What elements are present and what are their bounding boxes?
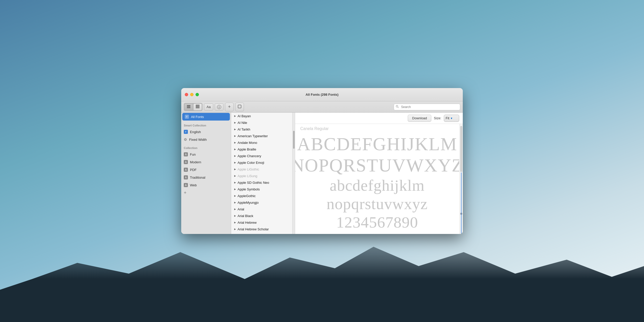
svg-rect-6 bbox=[196, 106, 197, 107]
expand-arrow-icon: ▶ bbox=[234, 188, 236, 190]
font-name-label: Apple Color Emoji bbox=[238, 161, 264, 165]
expand-arrow-icon: ▶ bbox=[234, 214, 236, 217]
toolbar: Aa i + bbox=[181, 101, 463, 113]
font-list-item[interactable]: ▶American Typewriter bbox=[231, 133, 292, 139]
font-list-item[interactable]: ▶Apple SD Gothic Neo bbox=[231, 179, 292, 186]
preview-area: Canela Regular ABCDEFGHIJKLM NOPQRSTUVWX… bbox=[295, 124, 463, 234]
font-name-label: Al Bayan bbox=[238, 114, 251, 118]
font-list-item[interactable]: ▶Apple Chancery bbox=[231, 153, 292, 159]
svg-rect-12 bbox=[238, 105, 241, 108]
list-view-button[interactable] bbox=[184, 103, 193, 111]
svg-rect-3 bbox=[196, 105, 197, 106]
plus-icon: + bbox=[228, 104, 231, 110]
expand-arrow-icon: ▶ bbox=[234, 181, 236, 184]
collection-header: Collection bbox=[181, 143, 231, 151]
font-list-item[interactable]: ▶Apple Color Emoji bbox=[231, 159, 292, 166]
modern-icon: A bbox=[184, 160, 188, 164]
expand-arrow-icon: ▶ bbox=[234, 155, 236, 157]
font-list-item[interactable]: ▶Al Tarikh bbox=[231, 126, 292, 133]
svg-point-13 bbox=[396, 105, 398, 107]
sidebar-item-fixed-width[interactable]: ⚙ Fixed Width bbox=[181, 136, 231, 143]
traditional-label: Traditional bbox=[190, 176, 205, 179]
size-value: Fit bbox=[446, 116, 449, 120]
font-list-item[interactable]: ▶AppleGothic bbox=[231, 192, 292, 199]
svg-rect-10 bbox=[197, 107, 198, 108]
svg-rect-9 bbox=[196, 107, 197, 108]
preview-chars-container: Canela Regular ABCDEFGHIJKLM NOPQRSTUVWX… bbox=[295, 124, 459, 234]
web-icon: A bbox=[184, 183, 188, 187]
add-button[interactable]: + bbox=[225, 103, 234, 111]
download-button[interactable]: Download bbox=[408, 115, 431, 122]
font-list-item[interactable]: ▶Al Nile bbox=[231, 119, 292, 126]
preview-scroll-line bbox=[461, 173, 461, 234]
expand-arrow-icon: ▶ bbox=[234, 115, 236, 117]
font-list-item[interactable]: ▶AppleMyungjo bbox=[231, 199, 292, 206]
font-list-item[interactable]: ▶Arial Narrow bbox=[231, 232, 292, 234]
maximize-button[interactable] bbox=[196, 93, 199, 96]
font-list-item[interactable]: ▶Arial bbox=[231, 206, 292, 212]
expand-arrow-icon: ▶ bbox=[234, 148, 236, 151]
preview-toolbar: Download Size: Fit ▾ bbox=[295, 113, 463, 124]
font-list-item[interactable]: ▶Apple Braille bbox=[231, 146, 292, 153]
all-fonts-icon: F bbox=[185, 115, 189, 119]
add-collection-icon: + bbox=[184, 190, 187, 196]
search-icon bbox=[396, 105, 399, 109]
sidebar-item-traditional[interactable]: A Traditional bbox=[181, 174, 231, 181]
square-button[interactable] bbox=[235, 103, 244, 111]
info-button[interactable]: i bbox=[215, 103, 223, 111]
search-input[interactable] bbox=[394, 104, 460, 110]
font-name-label: Apple Chancery bbox=[238, 154, 261, 158]
preview-uppercase1: ABCDEFGHIJKLM bbox=[297, 134, 457, 154]
search-wrapper bbox=[394, 104, 460, 110]
preview-uppercase2: NOPQRSTUVWXYZ bbox=[295, 155, 459, 176]
window-title: All Fonts (298 Fonts) bbox=[306, 93, 339, 96]
font-list-scrollbar[interactable] bbox=[293, 113, 295, 234]
font-list-item[interactable]: ▶Arial Hebrew bbox=[231, 219, 292, 226]
fixed-width-label: Fixed Width bbox=[189, 138, 207, 142]
sidebar-item-web[interactable]: A Web bbox=[181, 181, 231, 189]
web-label: Web bbox=[190, 183, 197, 187]
sidebar-item-all-fonts[interactable]: F All Fonts bbox=[182, 113, 230, 121]
font-list-item[interactable]: ▶Al Bayan bbox=[231, 113, 292, 119]
sidebar-item-pdf[interactable]: A PDF bbox=[181, 166, 231, 174]
font-list-item[interactable]: ▶Arial Black bbox=[231, 212, 292, 219]
traditional-icon: A bbox=[184, 175, 188, 179]
grid-icon bbox=[196, 105, 199, 109]
font-name-label: Apple SD Gothic Neo bbox=[238, 181, 269, 185]
font-name-label: Apple Symbols bbox=[238, 187, 260, 191]
info-icon: i bbox=[217, 105, 221, 109]
font-name-label: Al Nile bbox=[238, 121, 247, 125]
preview-lowercase2: nopqrstuvwxyz bbox=[327, 195, 428, 212]
font-list-item[interactable]: ▶Apple LiSung bbox=[231, 173, 292, 179]
titlebar: All Fonts (298 Fonts) bbox=[181, 88, 463, 101]
font-list-item[interactable]: ▶Arial Hebrew Scholar bbox=[231, 226, 292, 232]
preview-scrollbar[interactable] bbox=[459, 124, 463, 234]
font-name-label: Arial Hebrew bbox=[238, 221, 256, 224]
font-name-label: Arial Black bbox=[238, 214, 253, 218]
all-fonts-label: All Fonts bbox=[191, 115, 204, 119]
font-list-item[interactable]: ▶Apple LiGothic bbox=[231, 166, 292, 173]
close-button[interactable] bbox=[185, 93, 188, 96]
window-controls bbox=[185, 93, 199, 96]
sidebar-item-english[interactable]: F English bbox=[181, 128, 231, 136]
preview-panel: Download Size: Fit ▾ Canela Regular ABCD… bbox=[295, 113, 463, 234]
sidebar-item-fun[interactable]: A Fun bbox=[181, 151, 231, 158]
size-select[interactable]: Fit ▾ bbox=[444, 115, 459, 122]
sidebar-item-modern[interactable]: A Modern bbox=[181, 158, 231, 166]
svg-rect-5 bbox=[198, 105, 199, 106]
expand-arrow-icon: ▶ bbox=[234, 175, 236, 177]
font-list-item[interactable]: ▶Apple Symbols bbox=[231, 186, 292, 192]
grid-view-button[interactable] bbox=[193, 103, 202, 111]
font-list-item[interactable]: ▶Andale Mono bbox=[231, 139, 292, 146]
minimize-button[interactable] bbox=[190, 93, 194, 96]
font-list: ▶Al Bayan▶Al Nile▶Al Tarikh▶American Typ… bbox=[231, 113, 293, 234]
fun-label: Fun bbox=[190, 153, 196, 156]
font-preview-button[interactable]: Aa bbox=[204, 103, 213, 111]
expand-arrow-icon: ▶ bbox=[234, 221, 236, 224]
add-collection-button[interactable]: + bbox=[181, 189, 231, 197]
font-name-label: Arial bbox=[238, 207, 244, 211]
svg-rect-8 bbox=[198, 106, 199, 107]
expand-arrow-icon: ▶ bbox=[234, 195, 236, 197]
pdf-icon: A bbox=[184, 168, 188, 172]
font-name-label: Arial Narrow bbox=[238, 234, 256, 234]
